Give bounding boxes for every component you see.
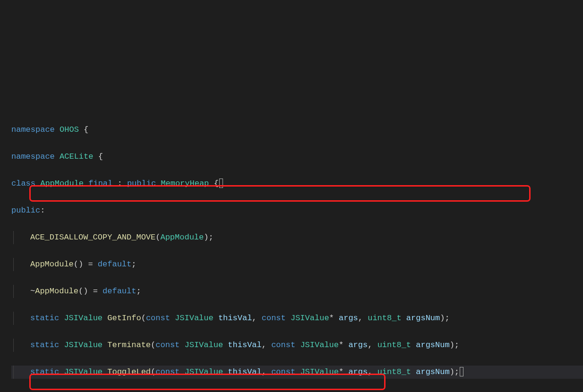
param: thisVal bbox=[218, 314, 252, 323]
type: uint8_t bbox=[377, 341, 411, 349]
brace: { bbox=[84, 125, 88, 134]
op: = bbox=[83, 260, 98, 269]
comma: , bbox=[358, 314, 363, 323]
comma: , bbox=[368, 367, 372, 376]
code-line[interactable]: static JSIValue GetInfo(const JSIValue t… bbox=[11, 312, 583, 325]
keyword: const bbox=[155, 367, 180, 376]
constructor: AppModule bbox=[30, 260, 74, 269]
function-name: GetInfo bbox=[107, 314, 141, 323]
type: JSIValue bbox=[300, 367, 339, 376]
type: JSIValue bbox=[300, 341, 339, 349]
code-line[interactable]: namespace OHOS { bbox=[11, 123, 583, 137]
param: args bbox=[348, 367, 368, 376]
punct: ); bbox=[450, 341, 459, 349]
punct: ; bbox=[131, 260, 136, 269]
param: argsNum bbox=[416, 341, 449, 349]
keyword: namespace bbox=[11, 152, 55, 161]
keyword: const bbox=[271, 341, 295, 349]
punct: ); bbox=[450, 367, 459, 376]
param: thisVal bbox=[228, 341, 261, 349]
paren: () bbox=[78, 287, 88, 296]
op: = bbox=[88, 287, 103, 296]
type: JSIValue bbox=[291, 314, 329, 323]
type: AppModule bbox=[160, 233, 204, 242]
tilde: ~ bbox=[30, 287, 35, 296]
destructor: AppModule bbox=[35, 287, 78, 296]
base-class: MemoryHeap bbox=[161, 179, 209, 188]
type: JSIValue bbox=[64, 341, 103, 349]
param: thisVal bbox=[228, 367, 261, 376]
code-editor[interactable]: namespace OHOS { namespace ACELite { cla… bbox=[0, 56, 583, 392]
indent-guide bbox=[13, 339, 28, 352]
comma: , bbox=[262, 341, 266, 349]
function-name: Terminate bbox=[107, 341, 151, 349]
access-specifier: public bbox=[11, 206, 40, 215]
paren: () bbox=[74, 260, 83, 269]
keyword: const bbox=[271, 367, 295, 376]
ptr: * bbox=[329, 314, 334, 323]
macro-name: ACE_DISALLOW_COPY_AND_MOVE bbox=[30, 233, 155, 242]
comma: , bbox=[368, 341, 372, 349]
paren: ( bbox=[151, 367, 155, 376]
type: JSIValue bbox=[185, 341, 223, 349]
keyword: static bbox=[30, 314, 59, 323]
code-line-current[interactable]: static JSIValue ToggleLed(const JSIValue… bbox=[11, 366, 583, 379]
keyword: static bbox=[30, 341, 59, 349]
keyword: class bbox=[11, 179, 35, 188]
keyword: default bbox=[98, 260, 131, 269]
cursor-icon bbox=[460, 367, 463, 376]
type: uint8_t bbox=[377, 367, 411, 376]
indent-guide bbox=[13, 258, 28, 272]
code-line[interactable]: static JSIValue Terminate(const JSIValue… bbox=[11, 339, 583, 352]
indent-guide bbox=[13, 285, 28, 298]
code-line[interactable]: AppModule() = default; bbox=[11, 258, 583, 272]
brace-match-indicator bbox=[219, 179, 223, 188]
code-line[interactable]: ACE_DISALLOW_COPY_AND_MOVE(AppModule); bbox=[11, 231, 583, 245]
ptr: * bbox=[339, 367, 343, 376]
keyword: const bbox=[146, 314, 170, 323]
indent-guide bbox=[13, 312, 28, 325]
class-name: AppModule bbox=[40, 179, 84, 188]
paren: ( bbox=[151, 341, 155, 349]
code-line[interactable]: ~AppModule() = default; bbox=[11, 285, 583, 298]
param: argsNum bbox=[406, 314, 440, 323]
keyword: const bbox=[155, 341, 180, 349]
paren: ( bbox=[155, 233, 160, 242]
type: JSIValue bbox=[64, 367, 103, 376]
keyword: default bbox=[103, 287, 136, 296]
param: args bbox=[339, 314, 358, 323]
keyword: final bbox=[88, 179, 112, 188]
punct: ); bbox=[204, 233, 213, 242]
brace: { bbox=[214, 179, 219, 188]
comma: , bbox=[252, 314, 257, 323]
punct: ); bbox=[440, 314, 449, 323]
punct: ; bbox=[136, 287, 141, 296]
ptr: * bbox=[339, 341, 343, 349]
keyword: static bbox=[30, 367, 59, 376]
code-line[interactable]: class AppModule final : public MemoryHea… bbox=[11, 177, 583, 191]
type: JSIValue bbox=[175, 314, 214, 323]
param: args bbox=[348, 341, 368, 349]
indent-guide bbox=[13, 366, 28, 379]
keyword: const bbox=[262, 314, 286, 323]
namespace-name: OHOS bbox=[60, 125, 79, 134]
keyword: namespace bbox=[11, 125, 55, 134]
paren: ( bbox=[141, 314, 146, 323]
type: uint8_t bbox=[368, 314, 401, 323]
function-name: ToggleLed bbox=[107, 367, 151, 376]
type: JSIValue bbox=[64, 314, 103, 323]
code-line[interactable]: namespace ACELite { bbox=[11, 150, 583, 164]
indent-guide bbox=[13, 231, 28, 245]
keyword: public bbox=[127, 179, 156, 188]
punct: : bbox=[40, 206, 45, 215]
namespace-name: ACELite bbox=[60, 152, 93, 161]
comma: , bbox=[262, 367, 266, 376]
punct: : bbox=[117, 179, 122, 188]
param: argsNum bbox=[416, 367, 449, 376]
code-line[interactable]: public: bbox=[11, 204, 583, 218]
type: JSIValue bbox=[185, 367, 223, 376]
brace: { bbox=[98, 152, 103, 161]
